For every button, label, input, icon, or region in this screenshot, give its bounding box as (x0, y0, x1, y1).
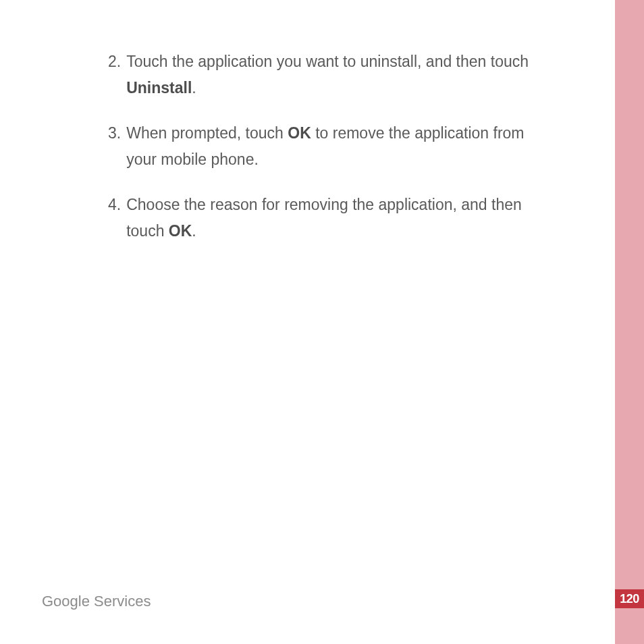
step-number: 2. (108, 49, 121, 75)
step-number: 3. (108, 120, 121, 146)
step-text: Touch the application you want to uninst… (126, 49, 547, 101)
step-text-part: Touch the application you want to uninst… (126, 53, 529, 70)
step-number: 4. (108, 192, 121, 218)
step-item: 3. When prompted, touch OK to remove the… (108, 120, 547, 173)
step-text: When prompted, touch OK to remove the ap… (126, 120, 547, 173)
step-text-bold: OK (169, 222, 192, 240)
footer-section-title: Google Services (42, 593, 151, 610)
step-text-bold: OK (288, 124, 311, 142)
step-item: 4. Choose the reason for removing the ap… (108, 192, 547, 244)
content-area: 2. Touch the application you want to uni… (0, 0, 587, 245)
page-container: 120 2. Touch the application you want to… (0, 0, 644, 644)
step-text-bold: Uninstall (126, 79, 192, 97)
side-tab (615, 0, 644, 644)
page-number-badge: 120 (615, 589, 644, 608)
step-text-part: . (192, 79, 196, 97)
page-number: 120 (620, 592, 639, 606)
step-text-part: When prompted, touch (126, 124, 288, 142)
step-text: Choose the reason for removing the appli… (126, 192, 547, 244)
step-text-part: . (192, 222, 196, 240)
step-item: 2. Touch the application you want to uni… (108, 49, 547, 101)
